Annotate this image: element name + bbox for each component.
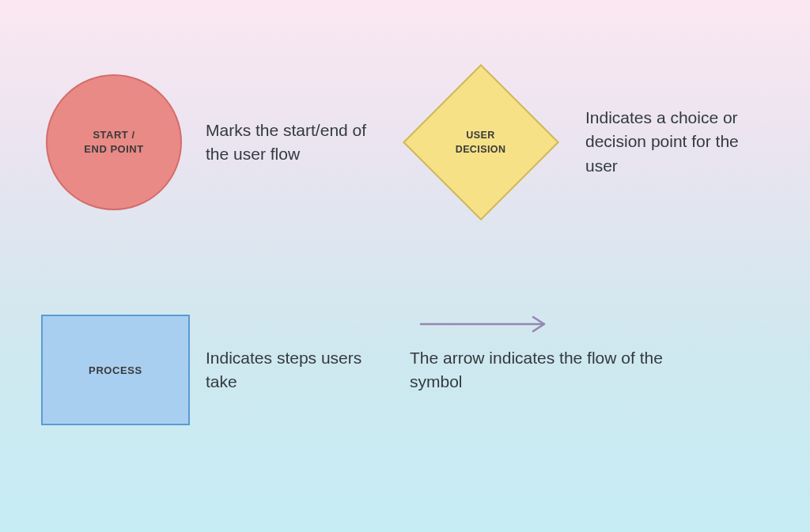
process-label: PROCESS [89, 364, 142, 376]
decision-label: USER DECISION [456, 129, 506, 157]
arrow-shape [419, 315, 554, 334]
process-description: Indicates steps users take [206, 346, 364, 394]
decision-shape-wrap: USER DECISION [402, 63, 560, 221]
start-end-shape: START / END POINT [46, 74, 182, 210]
process-shape: PROCESS [41, 315, 190, 425]
arrow-icon [419, 315, 554, 334]
decision-description: Indicates a choice or decision point for… [585, 106, 775, 178]
start-end-label: START / END POINT [84, 128, 143, 157]
decision-shape: USER DECISION [403, 64, 559, 221]
legend-canvas: START / END POINT Marks the start/end of… [0, 0, 810, 532]
arrow-description: The arrow indicates the flow of the symb… [410, 346, 695, 394]
start-end-description: Marks the start/end of the user flow [206, 119, 380, 167]
